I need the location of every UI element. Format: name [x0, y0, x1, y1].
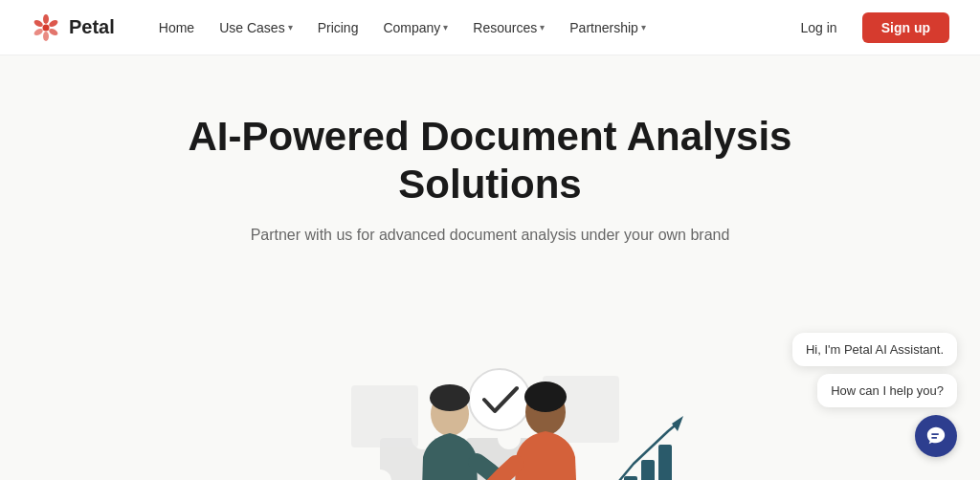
hero-title: AI-Powered Document Analysis Solutions	[155, 113, 825, 209]
chevron-down-icon: ▾	[641, 22, 646, 33]
svg-point-6	[33, 18, 44, 28]
svg-rect-31	[658, 445, 672, 480]
svg-point-5	[33, 27, 44, 36]
nav-company[interactable]: Company ▾	[373, 14, 457, 41]
logo-icon	[31, 12, 61, 43]
nav-home[interactable]: Home	[149, 14, 204, 41]
nav-partnership[interactable]: Partnership ▾	[560, 14, 656, 41]
svg-point-0	[43, 24, 50, 31]
signup-button[interactable]: Sign up	[862, 12, 949, 43]
chat-widget: Hi, I'm Petal AI Assistant. How can I he…	[792, 333, 957, 457]
chevron-down-icon: ▾	[443, 22, 448, 33]
nav-use-cases[interactable]: Use Cases ▾	[210, 14, 301, 41]
svg-point-3	[48, 27, 59, 36]
chat-bubble-2: How can I help you?	[817, 374, 957, 407]
svg-point-4	[43, 32, 49, 41]
svg-rect-30	[641, 460, 655, 480]
logo-text: Petal	[69, 16, 115, 38]
chat-icon	[925, 425, 947, 447]
svg-marker-32	[672, 416, 683, 431]
svg-point-2	[48, 18, 59, 28]
chevron-down-icon: ▾	[540, 22, 545, 33]
chevron-down-icon: ▾	[288, 22, 293, 33]
handshake-illustration	[241, 290, 739, 480]
navbar: Petal Home Use Cases ▾ Pricing Company ▾…	[0, 0, 980, 55]
svg-point-34	[469, 369, 530, 430]
hero-illustration	[241, 290, 739, 480]
svg-rect-29	[624, 476, 637, 480]
chat-toggle-button[interactable]	[915, 415, 957, 457]
navbar-links: Home Use Cases ▾ Pricing Company ▾ Resou…	[149, 14, 788, 41]
svg-point-1	[43, 14, 49, 24]
hero-subtitle: Partner with us for advanced document an…	[251, 227, 730, 244]
nav-resources[interactable]: Resources ▾	[463, 14, 554, 41]
login-button[interactable]: Log in	[788, 14, 851, 41]
chat-bubble-1: Hi, I'm Petal AI Assistant.	[792, 333, 957, 366]
navbar-actions: Log in Sign up	[788, 12, 949, 43]
logo[interactable]: Petal	[31, 12, 115, 43]
svg-point-36	[430, 384, 470, 411]
nav-pricing[interactable]: Pricing	[308, 14, 368, 41]
svg-rect-16	[351, 385, 418, 447]
svg-point-39	[524, 382, 567, 412]
